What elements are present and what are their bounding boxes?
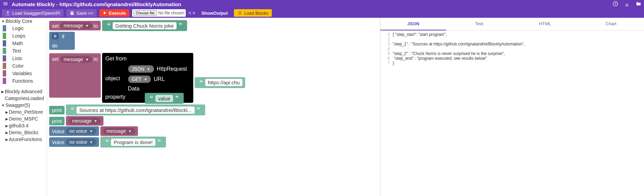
quote-icon: ❞: [155, 138, 163, 146]
sidebar-item-github3.4[interactable]: ▶github3.4: [0, 122, 47, 129]
output-tabs: JSON Text HTML Chart: [380, 18, 644, 31]
code-icon: < >: [188, 10, 195, 16]
voice-block[interactable]: Voice no voice▼: [49, 137, 99, 147]
tab-json[interactable]: JSON: [380, 18, 446, 30]
print-block[interactable]: print: [49, 106, 65, 114]
sidebar-blockly-advanced[interactable]: ▶Blockly Advanced: [0, 88, 47, 95]
choose-file-button[interactable]: Choose file: [134, 10, 157, 16]
sidebar-item-text[interactable]: Text: [0, 47, 47, 55]
quote-icon: ❝: [197, 79, 205, 87]
text-field[interactable]: Getting Chuck Norris joke: [113, 22, 177, 29]
download-icon[interactable]: [624, 1, 630, 8]
sidebar: ▼Blockly Core LogicLoopsMathTextListsCol…: [0, 18, 47, 196]
sidebar-item-demo_blocks[interactable]: ▶Demo_Blocks: [0, 129, 47, 136]
save-label: Save =>: [76, 11, 93, 16]
json-dropdown[interactable]: JSON▼: [128, 65, 154, 73]
print-block[interactable]: print: [49, 117, 65, 125]
tab-chart[interactable]: Chart: [578, 18, 644, 30]
sidebar-item-color[interactable]: Color: [0, 62, 47, 70]
variable-dropdown[interactable]: message▼: [60, 22, 92, 29]
variable-dropdown[interactable]: message▼: [60, 56, 92, 63]
value-field[interactable]: value: [155, 95, 173, 102]
voice-block[interactable]: Voice no voice▼: [49, 126, 99, 136]
text-block[interactable]: ❝ value ❞: [145, 93, 184, 104]
text-block[interactable]: ❝ Getting Chuck Norris joke ❞: [102, 20, 187, 31]
help-icon[interactable]: ?: [613, 1, 618, 8]
save-button[interactable]: Save =>: [66, 9, 96, 17]
tab-text[interactable]: Text: [446, 18, 512, 30]
variable-dropdown[interactable]: message▼: [103, 128, 135, 135]
sidebar-item-math[interactable]: Math: [0, 40, 47, 47]
voice-dropdown[interactable]: no voice▼: [66, 128, 96, 135]
menu-icon[interactable]: [3, 1, 8, 8]
load-swagger-label: Load Swagger/OpenAPI: [12, 11, 60, 16]
gear-icon[interactable]: ⚙: [52, 33, 58, 39]
sidebar-blockly-core[interactable]: ▼Blockly Core: [0, 18, 47, 25]
text-block[interactable]: ❝ Sources at https://github.com/ignatand…: [66, 104, 205, 115]
variable-block[interactable]: message▼: [100, 126, 138, 136]
file-input-group: Choose file No file chosen: [132, 9, 186, 17]
variable-dropdown[interactable]: message▼: [69, 117, 101, 124]
sidebar-item-demo_mspc[interactable]: ▶Demo_MSPC: [0, 115, 47, 122]
sidebar-item-logic[interactable]: Logic: [0, 25, 47, 32]
no-file-label: No file chosen: [158, 11, 184, 15]
output-panel: JSON Text HTML Chart 1{ "step_start": "s…: [380, 18, 644, 196]
http-request-block[interactable]: JSON▼HttpRequest GET▼URL Data: [125, 64, 190, 93]
sidebar-item-loops[interactable]: Loops: [0, 32, 47, 40]
quote-icon: ❞: [195, 106, 202, 114]
method-dropdown[interactable]: GET▼: [128, 75, 151, 83]
toolbar: Load Swagger/OpenAPI Save => Execute Cho…: [0, 8, 644, 18]
sidebar-item-azurefunctions[interactable]: ▶AzureFunctions: [0, 136, 47, 143]
text-block[interactable]: ❝ Program is done! ❞: [100, 137, 166, 148]
voice-dropdown[interactable]: no voice▼: [66, 139, 96, 145]
text-field[interactable]: Sources at https://github.com/ignatandre…: [76, 107, 194, 114]
execute-button[interactable]: Execute: [99, 9, 129, 17]
show-output-button[interactable]: ShowOutput: [198, 9, 231, 17]
sidebar-item-lists[interactable]: Lists: [0, 55, 47, 62]
url-field[interactable]: https://api.chu: [205, 79, 242, 86]
quote-icon: ❝: [69, 106, 76, 114]
code-output: 1{ "step_start": "start program",23"step…: [380, 31, 644, 67]
sidebar-item-functions[interactable]: Functions: [0, 77, 47, 85]
quote-icon: ❝: [105, 22, 113, 30]
folder-icon[interactable]: [636, 1, 641, 8]
quote-icon: ❞: [173, 94, 181, 102]
set-block[interactable]: set message▼ to: [49, 53, 101, 98]
variable-block[interactable]: message▼: [66, 116, 103, 126]
app-header: Automate Blockly - https://github.com/ig…: [0, 0, 644, 8]
execute-label: Execute: [109, 11, 126, 16]
load-blocks-label: Load Blocks: [244, 11, 268, 16]
tab-html[interactable]: HTML: [512, 18, 578, 30]
quote-icon: ❞: [177, 22, 184, 30]
quote-icon: ❝: [148, 94, 155, 102]
sidebar-item-variables[interactable]: Variables: [0, 70, 47, 77]
quote-icon: ❝: [103, 138, 111, 146]
if-block[interactable]: ⚙if do: [49, 32, 75, 50]
svg-text:?: ?: [614, 2, 616, 5]
page-title: Automate Blockly - https://github.com/ig…: [12, 1, 613, 7]
load-blocks-button[interactable]: Load Blocks: [234, 9, 272, 17]
url-text-block[interactable]: ❝ https://api.chu: [195, 77, 245, 88]
set-block[interactable]: set message▼ to: [49, 21, 101, 30]
text-field[interactable]: Program is done!: [111, 139, 155, 146]
sidebar-item-demo_petstore[interactable]: ▶Demo_PetStore: [0, 109, 47, 115]
sidebar-categories-loaded[interactable]: CategoriesLoaded: [0, 95, 47, 102]
load-swagger-button[interactable]: Load Swagger/OpenAPI: [2, 9, 64, 17]
sidebar-swagger[interactable]: ▼Swagger(5): [0, 102, 47, 109]
blockly-workspace[interactable]: set message▼ to ❝ Getting Chuck Norris j…: [47, 18, 380, 196]
